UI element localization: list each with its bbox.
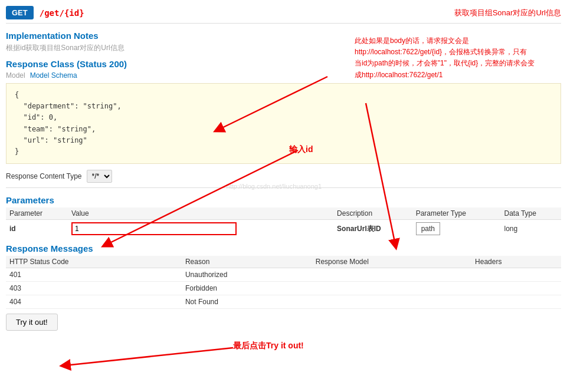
col-response-model: Response Model [312, 256, 471, 268]
param-description: SonarUrl表ID [333, 220, 412, 238]
table-row: 401 Unauthorized [6, 268, 561, 282]
col-reason: Reason [182, 256, 312, 268]
param-name: id [6, 220, 68, 238]
param-type-value: path [416, 222, 440, 235]
model-404 [312, 295, 471, 309]
params-header-row: Parameter Value Description Parameter Ty… [6, 207, 561, 220]
table-row: id SonarUrl表ID path long [6, 220, 561, 238]
response-content-row: Response Content Type */* [6, 170, 561, 188]
table-row: 403 Forbidden [6, 282, 561, 295]
model-schema-link[interactable]: Model Schema [30, 71, 77, 80]
click-annotation: 最后点击Try it out! [233, 341, 304, 351]
parameters-section: Parameters Parameter Value Description P… [6, 195, 561, 238]
code-block: { "department": "string", "id": 0, "team… [6, 83, 561, 164]
param-value-cell [68, 220, 333, 238]
path-param: {id} [64, 8, 84, 18]
reason-404: Not Found [182, 295, 312, 309]
header-row: GET /get/{id} 获取项目组Sonar对应的Url信息 [6, 6, 561, 24]
response-messages-section: Response Messages HTTP Status Code Reaso… [6, 243, 561, 309]
col-parameter-type: Parameter Type [412, 207, 501, 220]
headers-401 [471, 268, 561, 282]
get-badge: GET [6, 6, 34, 19]
response-messages-title: Response Messages [6, 243, 561, 253]
parameters-table: Parameter Value Description Parameter Ty… [6, 207, 561, 238]
parameters-title: Parameters [6, 195, 561, 205]
col-headers: Headers [471, 256, 561, 268]
col-status-code: HTTP Status Code [6, 256, 182, 268]
header-description: 获取项目组Sonar对应的Url信息 [454, 8, 561, 18]
model-403 [312, 282, 471, 295]
path-prefix: /get/ [40, 8, 64, 18]
callout-box: 此处如果是body的话，请求报文会是 http://localhost:7622… [355, 35, 555, 81]
page-wrapper: GET /get/{id} 获取项目组Sonar对应的Url信息 Impleme… [0, 0, 567, 392]
param-value-input[interactable] [71, 222, 237, 235]
model-label: Model [6, 71, 25, 80]
col-description: Description [333, 207, 412, 220]
reason-403: Forbidden [182, 282, 312, 295]
model-401 [312, 268, 471, 282]
svg-line-2 [65, 348, 233, 365]
headers-404 [471, 295, 561, 309]
status-code-404: 404 [6, 295, 182, 309]
status-code-403: 403 [6, 282, 182, 295]
input-id-annotation: 输入id [289, 144, 313, 155]
param-type-cell: path [412, 220, 501, 238]
col-parameter: Parameter [6, 207, 68, 220]
reason-401: Unauthorized [182, 268, 312, 282]
col-data-type: Data Type [500, 207, 561, 220]
try-it-out-button[interactable]: Try it out! [6, 314, 58, 331]
headers-403 [471, 282, 561, 295]
param-data-type: long [500, 220, 561, 238]
response-messages-table: HTTP Status Code Reason Response Model H… [6, 256, 561, 309]
col-value: Value [68, 207, 333, 220]
response-header-row: HTTP Status Code Reason Response Model H… [6, 256, 561, 268]
response-content-label: Response Content Type [6, 172, 82, 180]
table-row: 404 Not Found [6, 295, 561, 309]
status-code-401: 401 [6, 268, 182, 282]
endpoint-path: /get/{id} [40, 8, 84, 18]
response-content-select[interactable]: */* [87, 170, 112, 183]
